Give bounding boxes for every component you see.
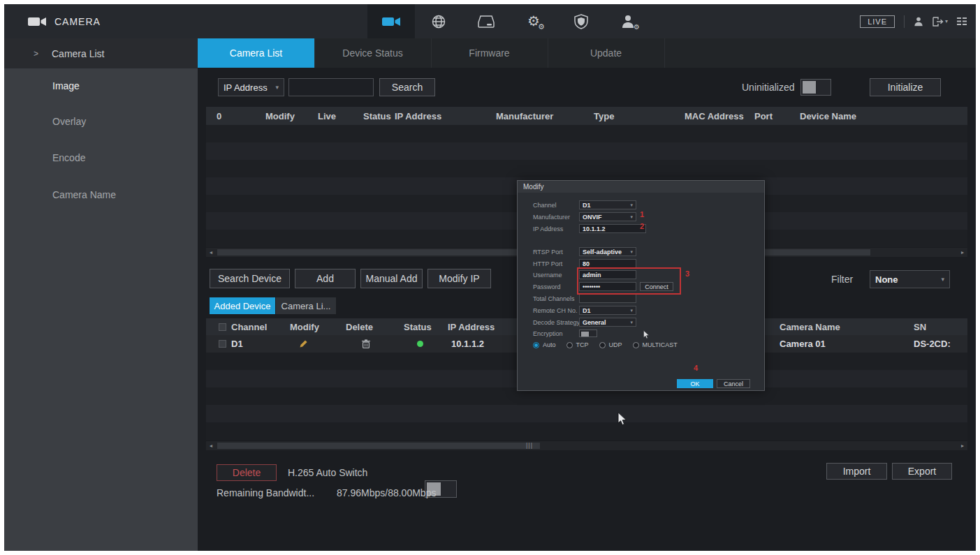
field-label: Remote CH No. — [533, 306, 578, 316]
col-count[interactable]: 0 — [217, 107, 221, 125]
col-type[interactable]: Type — [594, 107, 614, 125]
added-table-hscrollbar[interactable]: ◂ ||| ▸ — [206, 441, 967, 450]
col-sn[interactable]: SN — [914, 318, 926, 335]
tab-update[interactable]: Update — [548, 38, 665, 68]
col-modify[interactable]: Modify — [265, 107, 295, 125]
search-input[interactable] — [288, 78, 374, 96]
initialize-button[interactable]: Initialize — [870, 78, 941, 96]
channel-select[interactable]: D1▾ — [579, 200, 636, 209]
camera-title-icon — [28, 16, 46, 27]
scrollbar-handle[interactable] — [217, 443, 540, 449]
scrollbar-grip[interactable]: ||| — [526, 442, 533, 449]
search-field-select[interactable]: IP Address ▾ — [218, 78, 284, 96]
radio-udp[interactable] — [599, 342, 606, 348]
nav-security-tab[interactable] — [557, 4, 605, 38]
tab-firmware[interactable]: Firmware — [431, 38, 548, 68]
col-device-name[interactable]: Device Name — [800, 107, 856, 125]
nav-account-tab[interactable]: ⚙ — [605, 4, 652, 38]
col-ip-address[interactable]: IP Address — [395, 107, 441, 125]
remote-ch-select[interactable]: D1▾ — [579, 306, 636, 315]
radio-label: Auto — [543, 341, 556, 348]
col-channel[interactable]: Channel — [231, 318, 267, 335]
nav-camera-tab[interactable] — [367, 4, 415, 38]
annotation-step-4: 4 — [694, 364, 698, 372]
subtab-added-device[interactable]: Added Device — [210, 297, 275, 314]
radio-auto[interactable] — [533, 342, 539, 348]
field-label: Channel — [533, 200, 557, 210]
import-button[interactable]: Import — [826, 463, 887, 480]
col-delete[interactable]: Delete — [346, 318, 373, 335]
tab-camera-list[interactable]: Camera List — [198, 38, 315, 68]
sidebar-item-camera-list[interactable]: > Camera List — [4, 38, 198, 68]
sidebar-item-encode[interactable]: Encode — [52, 151, 85, 165]
encryption-toggle[interactable] — [579, 330, 597, 337]
manual-add-button[interactable]: Manual Add — [360, 269, 423, 288]
divider — [904, 15, 905, 28]
sidebar-item-overlay[interactable]: Overlay — [52, 114, 86, 128]
selected-value: ONVIF — [583, 214, 602, 221]
user-icon[interactable] — [914, 17, 923, 27]
live-button[interactable]: LIVE — [860, 15, 895, 28]
filter-select[interactable]: None ▾ — [870, 270, 950, 288]
scroll-left-icon[interactable]: ◂ — [206, 441, 216, 450]
radio-label: TCP — [576, 341, 589, 348]
top-right-controls: LIVE ▾ — [860, 4, 967, 38]
col-ip-address[interactable]: IP Address — [448, 318, 495, 335]
rtsp-port-select[interactable]: Self-adaptive▾ — [579, 247, 636, 256]
main-nav-icons: ⚙ ⚙ ⚙ — [367, 4, 652, 38]
toggle-knob — [581, 332, 589, 336]
field-label: Decode Strategy — [533, 318, 580, 327]
sidebar: > Camera List Image Overlay Encode Camer… — [4, 38, 198, 551]
scroll-right-icon[interactable]: ▸ — [958, 441, 967, 450]
modify-pencil-icon[interactable] — [299, 335, 308, 353]
camera-nav-icon — [382, 16, 400, 27]
col-manufacturer[interactable]: Manufacturer — [496, 107, 553, 125]
chevron-down-icon: ▾ — [941, 276, 944, 283]
scroll-right-icon[interactable]: ▸ — [958, 248, 967, 257]
manufacturer-select[interactable]: ONVIF▾ — [579, 212, 636, 221]
channel-grid-icon[interactable] — [957, 17, 967, 26]
col-status[interactable]: Status — [363, 107, 391, 125]
selected-value: D1 — [583, 307, 591, 314]
tab-device-status[interactable]: Device Status — [314, 38, 432, 68]
field-label: Password — [533, 282, 561, 292]
search-button[interactable]: Search — [379, 78, 435, 96]
col-camera-name[interactable]: Camera Name — [780, 318, 840, 335]
radio-multicast[interactable] — [633, 342, 639, 348]
nav-network-tab[interactable] — [415, 4, 462, 38]
col-live[interactable]: Live — [318, 107, 336, 125]
select-all-checkbox[interactable] — [219, 318, 226, 335]
field-label: Manufacturer — [533, 212, 570, 222]
field-channel: Channel D1▾ — [518, 200, 764, 210]
export-button[interactable]: Export — [892, 463, 952, 480]
uninitialized-toggle[interactable] — [800, 79, 831, 96]
logout-icon[interactable]: ▾ — [933, 17, 948, 27]
nav-system-tab[interactable]: ⚙ ⚙ — [510, 4, 557, 38]
ok-button[interactable]: OK — [677, 379, 713, 388]
col-status[interactable]: Status — [404, 318, 432, 335]
delete-button[interactable]: Delete — [217, 464, 277, 481]
cell-channel: D1 — [231, 335, 243, 353]
radio-label: MULTICAST — [643, 341, 678, 348]
row-checkbox[interactable] — [219, 335, 226, 353]
nav-storage-tab[interactable] — [462, 4, 510, 38]
subtab-camera-list[interactable]: Camera Li... — [276, 297, 336, 314]
delete-trash-icon[interactable] — [362, 335, 370, 353]
decode-strategy-select[interactable]: General▾ — [579, 318, 636, 327]
scroll-left-icon[interactable]: ◂ — [206, 248, 216, 257]
tab-bar: Camera List Device Status Firmware Updat… — [198, 38, 976, 68]
filter-selected-value: None — [875, 274, 898, 285]
radio-tcp[interactable] — [566, 342, 573, 348]
col-port[interactable]: Port — [754, 107, 773, 125]
ip-address-input[interactable]: 10.1.1.2 — [579, 224, 646, 233]
cancel-button[interactable]: Cancel — [717, 379, 750, 388]
col-mac-address[interactable]: MAC Address — [685, 107, 744, 125]
col-modify[interactable]: Modify — [290, 318, 319, 335]
modify-ip-button[interactable]: Modify IP — [427, 269, 491, 288]
cell-camera-name: Camera 01 — [780, 335, 826, 353]
field-encryption: Encryption — [518, 329, 764, 339]
add-button[interactable]: Add — [295, 269, 356, 288]
sidebar-item-camera-name[interactable]: Camera Name — [52, 188, 116, 202]
sidebar-item-image[interactable]: Image — [52, 79, 80, 93]
search-device-button[interactable]: Search Device — [210, 269, 290, 288]
